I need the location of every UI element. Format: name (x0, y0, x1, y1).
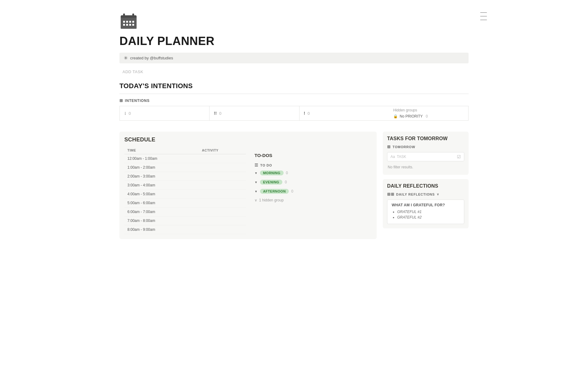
table-row: 8:00am - 9:00am (124, 225, 246, 234)
todo-list-icon: ☰ (254, 163, 258, 167)
table-row: 2:00am - 3:00am (124, 172, 246, 181)
morning-tag: MORNING (260, 170, 284, 175)
schedule-inner: TIME ACTIVITY 12:00am - 1:00am1:00am - 2… (124, 147, 372, 234)
time-cell: 12:00am - 1:00am (124, 154, 199, 163)
activity-cell[interactable] (199, 208, 246, 216)
activity-cell[interactable] (199, 190, 246, 199)
table-row: 6:00am - 7:00am (124, 208, 246, 216)
intentions-divider (119, 94, 469, 94)
todo-group-morning: ▼ MORNING 0 (254, 170, 368, 175)
schedule-title: SCHEDULE (124, 137, 372, 143)
chevron-afternoon-icon: ▼ (254, 190, 258, 193)
time-header: TIME (124, 147, 199, 154)
intentions-db-label: ⊞ INTENTIONS (119, 98, 469, 103)
main-grid: SCHEDULE TIME ACTIVITY 12:0 (119, 132, 469, 239)
todo-group-evening: ▼ EVENING 0 (254, 180, 368, 185)
afternoon-count: 0 (291, 189, 293, 193)
time-cell: 4:00am - 5:00am (124, 190, 199, 199)
todo-morning-header[interactable]: ▼ MORNING 0 (254, 170, 368, 175)
no-priority-row: 🔒 No PRIORITY 0 (393, 114, 464, 118)
time-cell: 5:00am - 6:00am (124, 199, 199, 208)
intention-count-2: 0 (219, 111, 221, 116)
time-cell: 2:00am - 3:00am (124, 172, 199, 181)
todo-afternoon-header[interactable]: ▼ AFTERNOON 0 (254, 189, 368, 194)
table-row: 4:00am - 5:00am (124, 190, 246, 199)
todo-evening-header[interactable]: ▼ EVENING 0 (254, 180, 368, 185)
creator-label: created by @buffstudies (130, 56, 173, 60)
check-icon: ☑ (457, 154, 461, 159)
no-priority-count: 0 (426, 114, 428, 118)
priority-high-icon: ⫶ (124, 111, 126, 116)
tomorrow-grid-icon: ⊞ (387, 144, 391, 149)
task-search-row[interactable]: Aa TASK ☑ (387, 152, 464, 161)
task-search-label: TASK (397, 155, 406, 159)
hidden-groups-label: Hidden groups (393, 108, 464, 112)
app-icon (119, 12, 469, 32)
activity-cell[interactable] (199, 163, 246, 172)
grateful-item-1: GRATEFUL #1 (397, 210, 460, 214)
table-row: 7:00am - 8:00am (124, 216, 246, 225)
activity-header: ACTIVITY (199, 147, 246, 154)
table-row: 3:00am - 4:00am (124, 181, 246, 190)
window-controls (480, 12, 487, 20)
time-cell: 3:00am - 4:00am (124, 181, 199, 190)
activity-cell[interactable] (199, 199, 246, 208)
intentions-heading: TODAY'S INTENTIONS (119, 82, 469, 90)
created-bar: ✳ created by @buffstudies (119, 53, 469, 63)
activity-cell[interactable] (199, 181, 246, 190)
tasks-tomorrow-title: TASKS FOR TOMORROW (387, 136, 464, 141)
daily-reflections-title: DAILY REFLECTIONS (387, 183, 464, 189)
spinner-icon: ✳ (124, 55, 128, 61)
table-row: 5:00am - 6:00am (124, 199, 246, 208)
hidden-group-text: 1 hidden group (259, 198, 284, 202)
svg-rect-7 (129, 21, 131, 23)
page-title: DAILY PLANNER (119, 35, 469, 48)
priority-med-icon: !! (214, 111, 217, 116)
table-row: 12:00am - 1:00am (124, 154, 246, 163)
reflections-db-label[interactable]: ⊞⊞ DAILY REFLECTIONS ∨ (387, 192, 464, 197)
minimize-line (480, 12, 487, 13)
chevron-hidden-icon: ∨ (254, 198, 257, 202)
add-task-button[interactable]: ADD TASK (119, 68, 146, 76)
activity-cell[interactable] (199, 225, 246, 234)
intentions-grid: ⫶ 0 !! 0 ! 0 Hidden groups 🔒 No PRIORITY… (119, 106, 469, 121)
intention-col-1: ⫶ 0 (119, 106, 209, 121)
evening-count: 0 (285, 180, 287, 184)
svg-rect-11 (129, 24, 131, 26)
right-column: TASKS FOR TOMORROW ⊞ TOMORROW Aa TASK ☑ … (383, 132, 469, 239)
grateful-list: GRATEFUL #1 GRATEFUL #2 (392, 210, 460, 219)
activity-cell[interactable] (199, 172, 246, 181)
svg-rect-6 (126, 21, 128, 23)
no-filter-results: No filter results. (387, 164, 464, 170)
svg-rect-12 (132, 24, 134, 26)
time-cell: 6:00am - 7:00am (124, 208, 199, 216)
chevron-morning-icon: ▼ (254, 171, 258, 175)
todo-group-afternoon: ▼ AFTERNOON 0 (254, 189, 368, 194)
hidden-group-link[interactable]: ∨ 1 hidden group (254, 198, 368, 202)
schedule-table: TIME ACTIVITY 12:00am - 1:00am1:00am - 2… (124, 147, 246, 234)
table-row: 1:00am - 2:00am (124, 163, 246, 172)
svg-rect-8 (132, 21, 134, 23)
search-aa-icon: Aa (390, 155, 395, 159)
grateful-item-2: GRATEFUL #2 (397, 215, 460, 219)
morning-count: 0 (286, 171, 288, 175)
schedule-table-wrap: TIME ACTIVITY 12:00am - 1:00am1:00am - 2… (124, 147, 246, 234)
activity-cell[interactable] (199, 154, 246, 163)
activity-cell[interactable] (199, 216, 246, 225)
todos-title: TO-DOS (254, 151, 368, 160)
control-line-3 (480, 20, 487, 20)
table-icon: ⊞ (119, 98, 123, 103)
svg-rect-5 (123, 21, 125, 23)
evening-tag: EVENING (260, 180, 282, 185)
intentions-section: TODAY'S INTENTIONS ⊞ INTENTIONS ⫶ 0 !! 0… (119, 82, 469, 121)
tasks-tomorrow-section: TASKS FOR TOMORROW ⊞ TOMORROW Aa TASK ☑ … (383, 132, 469, 175)
lock-icon: 🔒 (393, 114, 398, 118)
daily-reflections-section: DAILY REFLECTIONS ⊞⊞ DAILY REFLECTIONS ∨… (383, 179, 469, 228)
time-cell: 1:00am - 2:00am (124, 163, 199, 172)
hidden-groups-col: Hidden groups 🔒 No PRIORITY 0 (389, 106, 469, 121)
schedule-section: SCHEDULE TIME ACTIVITY 12:0 (119, 132, 377, 239)
time-cell: 7:00am - 8:00am (124, 216, 199, 225)
intention-count-3: 0 (307, 111, 310, 116)
left-column: SCHEDULE TIME ACTIVITY 12:0 (119, 132, 377, 239)
intention-col-2: !! 0 (209, 106, 299, 121)
